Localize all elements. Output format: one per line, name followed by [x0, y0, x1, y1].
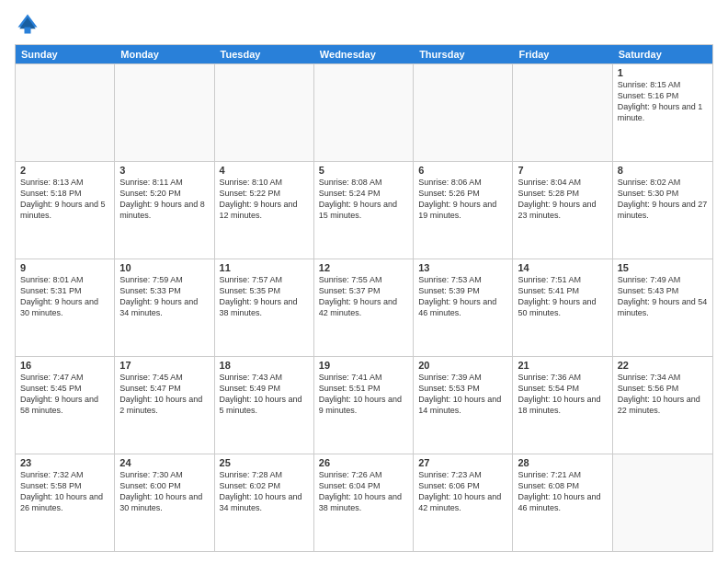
day-info: Sunrise: 7:45 AM Sunset: 5:47 PM Dayligh…: [119, 372, 209, 417]
calendar-cell: 6Sunrise: 8:06 AM Sunset: 5:26 PM Daylig…: [414, 162, 513, 259]
day-info: Sunrise: 7:49 AM Sunset: 5:43 PM Dayligh…: [618, 274, 708, 319]
calendar-cell: 13Sunrise: 7:53 AM Sunset: 5:39 PM Dayli…: [414, 259, 513, 356]
calendar-row: 23Sunrise: 7:32 AM Sunset: 5:58 PM Dayli…: [16, 454, 712, 551]
calendar-row: 1Sunrise: 8:15 AM Sunset: 5:16 PM Daylig…: [16, 63, 712, 161]
calendar-cell: 7Sunrise: 8:04 AM Sunset: 5:28 PM Daylig…: [513, 162, 612, 259]
cal-header-day: Sunday: [16, 45, 115, 63]
calendar-cell: 9Sunrise: 8:01 AM Sunset: 5:31 PM Daylig…: [16, 259, 115, 356]
day-number: 5: [319, 165, 408, 176]
day-number: 24: [119, 457, 209, 468]
day-number: 16: [20, 360, 109, 371]
cal-header-day: Wednesday: [314, 45, 414, 63]
day-info: Sunrise: 7:53 AM Sunset: 5:39 PM Dayligh…: [418, 274, 507, 319]
calendar-cell: 11Sunrise: 7:57 AM Sunset: 5:35 PM Dayli…: [215, 259, 314, 356]
day-number: 25: [220, 457, 309, 468]
calendar-cell: 17Sunrise: 7:45 AM Sunset: 5:47 PM Dayli…: [115, 357, 214, 454]
day-info: Sunrise: 8:06 AM Sunset: 5:26 PM Dayligh…: [418, 177, 507, 222]
day-number: 19: [319, 360, 408, 371]
day-number: 20: [418, 360, 507, 371]
calendar-cell: 18Sunrise: 7:43 AM Sunset: 5:49 PM Dayli…: [215, 357, 314, 454]
day-number: 14: [518, 262, 607, 273]
day-number: 2: [20, 165, 109, 176]
day-number: 8: [618, 165, 708, 176]
calendar-cell: 25Sunrise: 7:28 AM Sunset: 6:02 PM Dayli…: [215, 454, 314, 551]
day-info: Sunrise: 7:28 AM Sunset: 6:02 PM Dayligh…: [220, 469, 309, 514]
svg-rect-3: [25, 28, 31, 34]
day-number: 15: [618, 262, 708, 273]
day-info: Sunrise: 8:02 AM Sunset: 5:30 PM Dayligh…: [618, 177, 708, 222]
calendar-cell: 27Sunrise: 7:23 AM Sunset: 6:06 PM Dayli…: [414, 454, 513, 551]
calendar-cell: 10Sunrise: 7:59 AM Sunset: 5:33 PM Dayli…: [115, 259, 214, 356]
day-number: 21: [518, 360, 607, 371]
day-info: Sunrise: 8:15 AM Sunset: 5:16 PM Dayligh…: [618, 79, 708, 124]
header: [15, 11, 713, 37]
calendar-cell: [414, 64, 513, 161]
day-number: 3: [119, 165, 209, 176]
calendar-cell: 4Sunrise: 8:10 AM Sunset: 5:22 PM Daylig…: [215, 162, 314, 259]
day-number: 4: [220, 165, 309, 176]
day-number: 10: [119, 262, 209, 273]
calendar-body: 1Sunrise: 8:15 AM Sunset: 5:16 PM Daylig…: [16, 63, 712, 551]
day-number: 6: [418, 165, 507, 176]
day-number: 28: [518, 457, 607, 468]
day-info: Sunrise: 8:04 AM Sunset: 5:28 PM Dayligh…: [518, 177, 607, 222]
calendar-row: 9Sunrise: 8:01 AM Sunset: 5:31 PM Daylig…: [16, 259, 712, 356]
calendar-cell: 1Sunrise: 8:15 AM Sunset: 5:16 PM Daylig…: [613, 64, 712, 161]
day-info: Sunrise: 8:10 AM Sunset: 5:22 PM Dayligh…: [220, 177, 309, 222]
calendar-cell: 2Sunrise: 8:13 AM Sunset: 5:18 PM Daylig…: [16, 162, 115, 259]
day-info: Sunrise: 7:57 AM Sunset: 5:35 PM Dayligh…: [220, 274, 309, 319]
day-number: 22: [618, 360, 708, 371]
day-info: Sunrise: 7:32 AM Sunset: 5:58 PM Dayligh…: [20, 469, 109, 514]
calendar-cell: [215, 64, 314, 161]
day-number: 12: [319, 262, 408, 273]
calendar-cell: [16, 64, 115, 161]
day-number: 13: [418, 262, 507, 273]
calendar-cell: 3Sunrise: 8:11 AM Sunset: 5:20 PM Daylig…: [115, 162, 214, 259]
day-number: 17: [119, 360, 209, 371]
day-number: 9: [20, 262, 109, 273]
calendar-cell: 5Sunrise: 8:08 AM Sunset: 5:24 PM Daylig…: [314, 162, 414, 259]
cal-header-day: Friday: [513, 45, 612, 63]
calendar-cell: [513, 64, 612, 161]
cal-header-day: Thursday: [414, 45, 513, 63]
day-info: Sunrise: 7:36 AM Sunset: 5:54 PM Dayligh…: [518, 372, 607, 417]
day-number: 27: [418, 457, 507, 468]
calendar-cell: 26Sunrise: 7:26 AM Sunset: 6:04 PM Dayli…: [314, 454, 414, 551]
calendar-cell: 15Sunrise: 7:49 AM Sunset: 5:43 PM Dayli…: [613, 259, 712, 356]
calendar-cell: 23Sunrise: 7:32 AM Sunset: 5:58 PM Dayli…: [16, 454, 115, 551]
calendar-cell: [314, 64, 414, 161]
calendar-cell: 12Sunrise: 7:55 AM Sunset: 5:37 PM Dayli…: [314, 259, 414, 356]
day-info: Sunrise: 8:08 AM Sunset: 5:24 PM Dayligh…: [319, 177, 408, 222]
day-number: 18: [220, 360, 309, 371]
cal-header-day: Tuesday: [215, 45, 314, 63]
calendar-header: SundayMondayTuesdayWednesdayThursdayFrid…: [16, 45, 712, 63]
day-info: Sunrise: 7:30 AM Sunset: 6:00 PM Dayligh…: [119, 469, 209, 514]
day-number: 11: [220, 262, 309, 273]
calendar-cell: [115, 64, 214, 161]
calendar-cell: 19Sunrise: 7:41 AM Sunset: 5:51 PM Dayli…: [314, 357, 414, 454]
day-info: Sunrise: 7:59 AM Sunset: 5:33 PM Dayligh…: [119, 274, 209, 319]
calendar-cell: 21Sunrise: 7:36 AM Sunset: 5:54 PM Dayli…: [513, 357, 612, 454]
calendar-cell: 8Sunrise: 8:02 AM Sunset: 5:30 PM Daylig…: [613, 162, 712, 259]
day-info: Sunrise: 7:47 AM Sunset: 5:45 PM Dayligh…: [20, 372, 109, 417]
calendar-cell: 28Sunrise: 7:21 AM Sunset: 6:08 PM Dayli…: [513, 454, 612, 551]
page: SundayMondayTuesdayWednesdayThursdayFrid…: [0, 0, 728, 563]
day-number: 23: [20, 457, 109, 468]
day-info: Sunrise: 7:55 AM Sunset: 5:37 PM Dayligh…: [319, 274, 408, 319]
calendar-row: 16Sunrise: 7:47 AM Sunset: 5:45 PM Dayli…: [16, 356, 712, 454]
day-info: Sunrise: 8:11 AM Sunset: 5:20 PM Dayligh…: [119, 177, 209, 222]
day-info: Sunrise: 7:43 AM Sunset: 5:49 PM Dayligh…: [220, 372, 309, 417]
cal-header-day: Saturday: [613, 45, 712, 63]
day-info: Sunrise: 7:39 AM Sunset: 5:53 PM Dayligh…: [418, 372, 507, 417]
day-info: Sunrise: 7:51 AM Sunset: 5:41 PM Dayligh…: [518, 274, 607, 319]
calendar-cell: 16Sunrise: 7:47 AM Sunset: 5:45 PM Dayli…: [16, 357, 115, 454]
calendar: SundayMondayTuesdayWednesdayThursdayFrid…: [15, 44, 713, 552]
day-info: Sunrise: 7:23 AM Sunset: 6:06 PM Dayligh…: [418, 469, 507, 514]
day-number: 7: [518, 165, 607, 176]
calendar-cell: [613, 454, 712, 551]
logo: [15, 11, 44, 37]
calendar-cell: 20Sunrise: 7:39 AM Sunset: 5:53 PM Dayli…: [414, 357, 513, 454]
day-number: 26: [319, 457, 408, 468]
day-info: Sunrise: 8:13 AM Sunset: 5:18 PM Dayligh…: [20, 177, 109, 222]
calendar-cell: 14Sunrise: 7:51 AM Sunset: 5:41 PM Dayli…: [513, 259, 612, 356]
